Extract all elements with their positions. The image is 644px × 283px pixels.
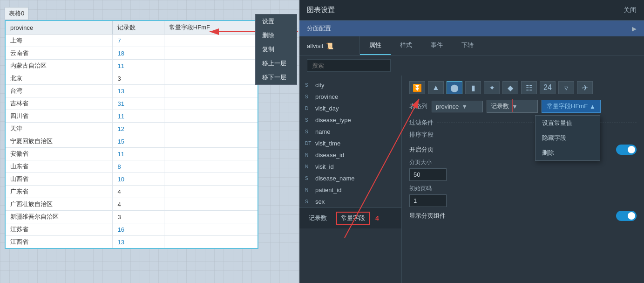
- chart-table[interactable]: ☷: [521, 81, 537, 94]
- table-row: 山东省8: [5, 160, 258, 173]
- page-size-input[interactable]: [409, 168, 447, 181]
- field-name: disease_name: [315, 175, 355, 182]
- chart-bar[interactable]: ▮: [465, 81, 481, 94]
- col-province: province: [5, 21, 113, 35]
- extra-cell: [164, 110, 258, 123]
- chart-line[interactable]: ⏬: [409, 81, 425, 94]
- province-cell: 天津: [5, 123, 113, 135]
- field-item[interactable]: Sdisease_name: [299, 173, 401, 184]
- menu-move-down[interactable]: 移下一层: [256, 70, 297, 84]
- field-item[interactable]: Sprovince: [299, 91, 401, 103]
- field-item[interactable]: Sname: [299, 126, 401, 138]
- table-row: 北京3: [5, 72, 258, 85]
- field-constant[interactable]: 常量字段: [336, 212, 370, 225]
- field-name: disease_id: [315, 152, 344, 159]
- count-cell: 11: [113, 148, 164, 160]
- chart-map[interactable]: ◆: [502, 81, 518, 94]
- datasource-tab[interactable]: allvisit 📜: [299, 36, 360, 55]
- extra-cell: [164, 72, 258, 85]
- field-type: S: [305, 129, 312, 134]
- fan-config-label: 分面配置: [307, 24, 331, 33]
- field-name: disease_type: [315, 117, 351, 124]
- fan-config-arrow[interactable]: ▶: [632, 25, 637, 32]
- menu-settings[interactable]: 设置: [256, 14, 297, 28]
- field-item[interactable]: Nvisit_id: [299, 161, 401, 173]
- chart-area[interactable]: ▲: [428, 81, 444, 94]
- count-cell: 13: [113, 85, 164, 97]
- dropdown-set-constant[interactable]: 设置常量值: [536, 116, 600, 131]
- col-province-select[interactable]: province ▼: [432, 101, 483, 112]
- tab-style[interactable]: 样式: [391, 36, 421, 55]
- show-component-label: 显示分页组件: [409, 212, 446, 220]
- table-row: 天津12: [5, 123, 258, 135]
- province-cell: 四川省: [5, 110, 113, 123]
- bottom-field-row: 记录数 常量字段 4: [305, 212, 396, 225]
- field-number: 4: [375, 214, 379, 222]
- menu-move-up[interactable]: 移上一层: [256, 56, 297, 70]
- table-row: 新疆维吾尔自治区3: [5, 211, 258, 223]
- left-panel: 表格0 province 记录数 常量字段HFmF 上海7云南省18内蒙古自治区…: [5, 7, 258, 249]
- start-page-input[interactable]: [409, 194, 447, 207]
- field-name: visit_day: [315, 105, 339, 112]
- field-record-count[interactable]: 记录数: [305, 213, 331, 224]
- dropdown-hide-field[interactable]: 隐藏字段: [536, 131, 600, 145]
- field-item[interactable]: Ndisease_id: [299, 149, 401, 161]
- table-row: 江苏省16: [5, 223, 258, 236]
- province-cell: 山东省: [5, 160, 113, 173]
- right-panel: 图表设置 关闭 分面配置 ▶ allvisit 📜 属性 样式 事件 下转 Sc…: [299, 0, 644, 283]
- field-item[interactable]: Npatient_id: [299, 184, 401, 196]
- enable-pagination-toggle[interactable]: [616, 145, 637, 155]
- field-item[interactable]: Sdisease_type: [299, 114, 401, 126]
- extra-cell: [164, 47, 258, 60]
- chart-scatter[interactable]: ✦: [484, 81, 500, 94]
- chart-types: ⏬ ▲ ⬤ ▮ ✦ ◆ ☷ 24 ▿ ✈: [409, 81, 637, 94]
- field-type: DT: [305, 141, 312, 146]
- field-item[interactable]: Ssex: [299, 196, 401, 207]
- main-content: ScitySprovinceDvisit_daySdisease_typeSna…: [299, 76, 644, 283]
- field-item[interactable]: Scity: [299, 79, 401, 91]
- tabs-row: allvisit 📜 属性 样式 事件 下转: [299, 36, 644, 55]
- field-type: N: [305, 164, 312, 169]
- show-component-toggle[interactable]: [616, 211, 637, 221]
- menu-copy[interactable]: 复制: [256, 42, 297, 56]
- province-cell: 广西壮族自治区: [5, 198, 113, 211]
- close-button[interactable]: 关闭: [624, 6, 637, 14]
- count-arrow-icon: ▼: [512, 103, 518, 110]
- tab-events[interactable]: 事件: [421, 36, 452, 55]
- search-input[interactable]: [307, 59, 391, 72]
- table-row: 内蒙古自治区11: [5, 60, 258, 72]
- province-cell: 上海: [5, 35, 113, 47]
- province-arrow-icon: ▼: [461, 103, 468, 110]
- chart-filter[interactable]: ▿: [558, 81, 574, 94]
- table-row: 广东省4: [5, 186, 258, 198]
- table-row: 安徽省11: [5, 148, 258, 160]
- col-constant-tag[interactable]: 常量字段HFmF ▲ 设置常量值 隐藏字段 删除: [542, 100, 601, 113]
- sort-label: 排序字段: [409, 131, 437, 139]
- province-cell: 台湾: [5, 85, 113, 97]
- extra-cell: [164, 198, 258, 211]
- tab-properties[interactable]: 属性: [360, 36, 391, 55]
- dropdown-delete[interactable]: 删除: [536, 145, 600, 160]
- menu-delete[interactable]: 删除: [256, 28, 297, 42]
- field-item[interactable]: Dvisit_day: [299, 103, 401, 114]
- chart-number[interactable]: 24: [540, 81, 556, 94]
- col-count-select[interactable]: 记录数 ▼: [487, 100, 538, 113]
- table-cols-label: 表格列: [409, 102, 428, 110]
- show-component-row: 显示分页组件: [409, 211, 637, 221]
- field-type: N: [305, 187, 312, 193]
- fan-config-bar: 分面配置 ▶: [299, 21, 644, 36]
- pagination-section: 开启分页 分页大小 初始页码 显示分页组件: [409, 145, 637, 221]
- chart-pie[interactable]: ⬤: [447, 81, 462, 94]
- count-cell: 3: [113, 72, 164, 85]
- table-row: 上海7: [5, 35, 258, 47]
- field-item[interactable]: DTvisit_time: [299, 138, 401, 149]
- extra-cell: [164, 135, 258, 148]
- count-cell: 18: [113, 47, 164, 60]
- chart-image[interactable]: ✈: [577, 81, 593, 94]
- data-table: province 记录数 常量字段HFmF 上海7云南省18内蒙古自治区11北京…: [5, 20, 258, 249]
- province-cell: 山西省: [5, 173, 113, 186]
- table-row: 云南省18: [5, 47, 258, 60]
- field-name: city: [315, 82, 325, 89]
- tab-download[interactable]: 下转: [452, 36, 483, 55]
- page-size-label: 分页大小: [409, 159, 637, 166]
